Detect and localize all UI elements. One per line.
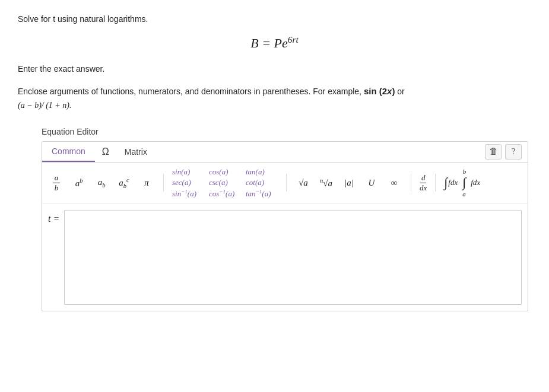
frac-bottom: b <box>53 183 61 193</box>
tab-omega[interactable]: Ω <box>95 142 116 162</box>
indefinite-integral-button[interactable]: ∫ fdx <box>444 175 458 190</box>
toolbar-separator-1 <box>163 174 164 192</box>
editor-tabs: Common Ω Matrix 🗑 ? <box>42 142 528 162</box>
trash-icon-button[interactable]: 🗑 <box>485 144 502 160</box>
sec-button[interactable]: sec(a) <box>172 178 204 187</box>
toolbar-separator-3 <box>411 174 411 192</box>
frac-top: a <box>53 173 61 183</box>
cot-button[interactable]: cot(a) <box>246 178 278 187</box>
fraction-button[interactable]: a b <box>48 172 65 194</box>
subsup-label: abc <box>119 177 129 189</box>
pi-label: π <box>144 178 149 188</box>
toolbar-separator-2 <box>286 174 287 192</box>
toolbar-separator-4 <box>435 174 436 192</box>
tab-common[interactable]: Common <box>42 142 95 162</box>
intro-text: Solve for t using natural logarithms. <box>18 14 531 24</box>
int-lower-a: a <box>462 190 466 197</box>
sin-example: sin (2x) <box>364 86 395 96</box>
csc-button[interactable]: csc(a) <box>209 178 241 187</box>
equation-editor: Common Ω Matrix 🗑 ? a b ab ab abc <box>42 141 528 311</box>
subscript-button[interactable]: ab <box>93 176 110 190</box>
deriv-bottom: dx <box>420 183 427 193</box>
derivative-button[interactable]: d dx <box>420 173 427 193</box>
trig-group: sin(a) cos(a) tan(a) sec(a) csc(a) cot(a… <box>172 167 278 199</box>
infinity-button[interactable]: ∞ <box>386 177 402 189</box>
sub-label: ab <box>98 177 106 189</box>
sin-button[interactable]: sin(a) <box>172 167 204 177</box>
integral-fdr-label: fdx <box>448 178 458 187</box>
tan-button[interactable]: tan(a) <box>246 167 278 177</box>
union-button[interactable]: U <box>363 177 380 189</box>
help-icon-button[interactable]: ? <box>505 144 522 160</box>
sin-inv-button[interactable]: sin−1(a) <box>172 189 204 199</box>
abs-label: |a| <box>344 178 354 188</box>
instructions-text: Enclose arguments of functions, numerato… <box>18 84 531 112</box>
int-upper-b: b <box>463 168 467 175</box>
integral-sign-1: ∫ <box>444 175 448 190</box>
cos-button[interactable]: cos(a) <box>209 167 241 177</box>
trig-row-3: sin−1(a) cos−1(a) tan−1(a) <box>172 189 278 199</box>
exact-answer-label: Enter the exact answer. <box>18 64 531 74</box>
definite-integral-button[interactable]: b ∫ a <box>462 168 466 197</box>
subsup-button[interactable]: abc <box>116 176 132 190</box>
trig-row-2: sec(a) csc(a) cot(a) <box>172 178 278 187</box>
integral-group: ∫ fdx b ∫ a fdx <box>444 168 480 197</box>
tab-icon-group: 🗑 ? <box>485 144 528 160</box>
editor-toolbar: a b ab ab abc π sin(a) cos(a) tan(a) <box>42 162 528 204</box>
union-label: U <box>369 178 375 188</box>
definite-fdr-label: fdx <box>471 178 480 187</box>
infinity-label: ∞ <box>391 178 398 188</box>
sqrt-button[interactable]: √a <box>295 177 312 189</box>
answer-input[interactable] <box>64 210 522 305</box>
editor-label: Equation Editor <box>42 127 531 136</box>
pi-button[interactable]: π <box>138 177 155 189</box>
base-a: ab <box>75 177 83 189</box>
formula-display: B = Pe6rt <box>18 34 531 51</box>
trash-icon: 🗑 <box>489 146 498 157</box>
input-area: t = <box>42 204 528 311</box>
t-equals-label: t = <box>48 210 59 224</box>
sqrt-label: √a <box>299 178 308 188</box>
cos-inv-button[interactable]: cos−1(a) <box>209 189 241 199</box>
integral-sign-2: ∫ <box>462 175 466 190</box>
help-icon: ? <box>512 146 516 157</box>
tab-matrix[interactable]: Matrix <box>116 142 156 161</box>
abs-button[interactable]: |a| <box>341 177 357 189</box>
frac-example: (a − b)/ (1 + n). <box>18 101 71 110</box>
nth-root-button[interactable]: n√a <box>318 176 335 190</box>
deriv-top: d <box>420 173 427 183</box>
superscript-button[interactable]: ab <box>71 176 87 190</box>
trig-row-1: sin(a) cos(a) tan(a) <box>172 167 278 177</box>
nth-root-label: n√a <box>320 177 332 189</box>
tan-inv-button[interactable]: tan−1(a) <box>246 189 278 199</box>
